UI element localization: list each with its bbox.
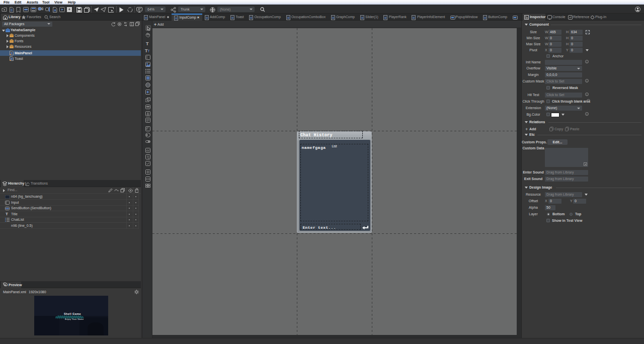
svg-text:A: A (54, 9, 56, 12)
